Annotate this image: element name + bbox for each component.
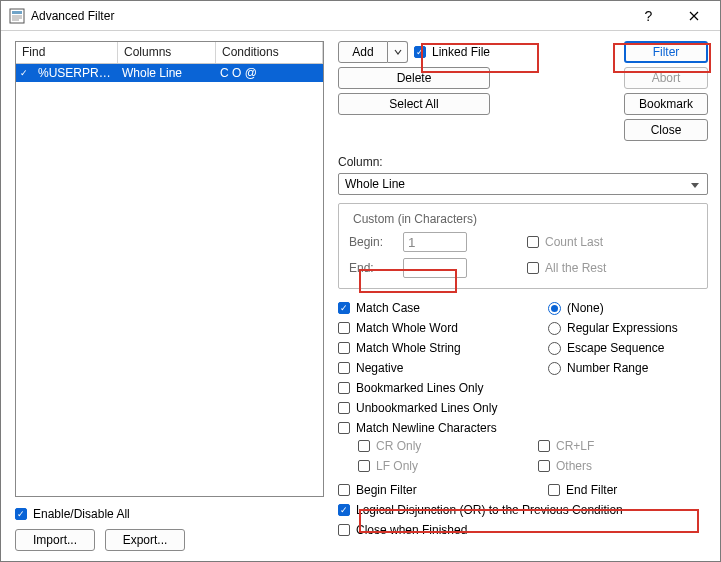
logical-or-label: Logical Disjunction (OR) to the Previous… [356, 503, 623, 517]
import-button[interactable]: Import... [15, 529, 95, 551]
select-all-button[interactable]: Select All [338, 93, 490, 115]
all-rest-option[interactable]: All the Rest [527, 261, 606, 275]
col-header-find[interactable]: Find [16, 42, 118, 63]
row-find: %USERPROFI... [34, 66, 118, 80]
match-case-label: Match Case [356, 301, 420, 315]
negative-checkbox[interactable] [338, 362, 350, 374]
unbookmarked-checkbox[interactable] [338, 402, 350, 414]
others-label: Others [556, 459, 592, 473]
begin-input[interactable] [403, 232, 467, 252]
close-finished-option[interactable]: Close when Finished [338, 523, 708, 537]
match-case-checkbox[interactable] [338, 302, 350, 314]
none-radio[interactable] [548, 302, 561, 315]
end-input[interactable] [403, 258, 467, 278]
chevron-down-icon [394, 48, 402, 56]
newline-option[interactable]: Match Newline Characters [338, 421, 538, 435]
match-word-option[interactable]: Match Whole Word [338, 321, 538, 335]
crlf-checkbox[interactable] [538, 440, 550, 452]
lf-only-option[interactable]: LF Only [358, 459, 538, 473]
export-label: Export... [123, 533, 168, 547]
custom-fieldset: Custom (in Characters) Begin: Count Last… [338, 203, 708, 289]
filter-button[interactable]: Filter [624, 41, 708, 63]
column-select[interactable]: Whole Line [338, 173, 708, 195]
numrange-radio-option[interactable]: Number Range [548, 361, 708, 375]
begin-filter-checkbox[interactable] [338, 484, 350, 496]
match-string-checkbox[interactable] [338, 342, 350, 354]
none-radio-option[interactable]: (None) [548, 301, 708, 315]
add-label: Add [352, 45, 373, 59]
crlf-option[interactable]: CR+LF [538, 439, 678, 453]
row-checkbox[interactable] [16, 67, 34, 79]
match-word-label: Match Whole Word [356, 321, 458, 335]
col-header-conditions[interactable]: Conditions [216, 42, 323, 63]
negative-option[interactable]: Negative [338, 361, 538, 375]
regex-label: Regular Expressions [567, 321, 678, 335]
list-row[interactable]: %USERPROFI... Whole Line C O @ [16, 64, 323, 82]
cr-only-checkbox[interactable] [358, 440, 370, 452]
list-header: Find Columns Conditions [16, 42, 323, 64]
export-button[interactable]: Export... [105, 529, 185, 551]
enable-disable-all[interactable]: Enable/Disable All [15, 507, 324, 521]
help-button[interactable]: ? [626, 1, 671, 31]
none-label: (None) [567, 301, 604, 315]
close-button[interactable]: Close [624, 119, 708, 141]
import-label: Import... [33, 533, 77, 547]
column-label: Column: [338, 155, 708, 169]
enable-all-checkbox[interactable] [15, 508, 27, 520]
logical-or-checkbox[interactable] [338, 504, 350, 516]
linked-file-checkbox[interactable] [414, 46, 426, 58]
add-dropdown[interactable] [388, 41, 408, 63]
count-last-checkbox[interactable] [527, 236, 539, 248]
unbookmarked-label: Unbookmarked Lines Only [356, 401, 497, 415]
close-label: Close [651, 123, 682, 137]
newline-checkbox[interactable] [338, 422, 350, 434]
abort-button[interactable]: Abort [624, 67, 708, 89]
column-value: Whole Line [345, 177, 405, 191]
filter-list[interactable]: Find Columns Conditions %USERPROFI... Wh… [15, 41, 324, 497]
abort-label: Abort [652, 71, 681, 85]
col-header-columns[interactable]: Columns [118, 42, 216, 63]
match-word-checkbox[interactable] [338, 322, 350, 334]
cr-only-option[interactable]: CR Only [358, 439, 538, 453]
bookmarked-option[interactable]: Bookmarked Lines Only [338, 381, 538, 395]
match-string-label: Match Whole String [356, 341, 461, 355]
bookmarked-label: Bookmarked Lines Only [356, 381, 483, 395]
logical-or-option[interactable]: Logical Disjunction (OR) to the Previous… [338, 503, 708, 517]
regex-radio-option[interactable]: Regular Expressions [548, 321, 708, 335]
count-last-option[interactable]: Count Last [527, 235, 603, 249]
enable-all-label: Enable/Disable All [33, 507, 130, 521]
escape-radio-option[interactable]: Escape Sequence [548, 341, 708, 355]
regex-radio[interactable] [548, 322, 561, 335]
others-checkbox[interactable] [538, 460, 550, 472]
app-icon [9, 8, 25, 24]
titlebar: Advanced Filter ? [1, 1, 720, 31]
match-case-option[interactable]: Match Case [338, 301, 538, 315]
select-all-label: Select All [389, 97, 438, 111]
begin-filter-option[interactable]: Begin Filter [338, 483, 538, 497]
row-columns: Whole Line [118, 66, 216, 80]
delete-button[interactable]: Delete [338, 67, 490, 89]
linked-file-option[interactable]: Linked File [414, 45, 490, 59]
end-filter-option[interactable]: End Filter [548, 483, 708, 497]
close-finished-checkbox[interactable] [338, 524, 350, 536]
delete-label: Delete [397, 71, 432, 85]
bookmark-button[interactable]: Bookmark [624, 93, 708, 115]
add-button[interactable]: Add [338, 41, 388, 63]
lf-only-checkbox[interactable] [358, 460, 370, 472]
end-filter-label: End Filter [566, 483, 617, 497]
unbookmarked-option[interactable]: Unbookmarked Lines Only [338, 401, 538, 415]
newline-label: Match Newline Characters [356, 421, 497, 435]
numrange-radio[interactable] [548, 362, 561, 375]
all-rest-checkbox[interactable] [527, 262, 539, 274]
row-conditions: C O @ [216, 66, 323, 80]
cr-only-label: CR Only [376, 439, 421, 453]
close-window-button[interactable] [671, 1, 716, 31]
bookmarked-checkbox[interactable] [338, 382, 350, 394]
escape-radio[interactable] [548, 342, 561, 355]
escape-label: Escape Sequence [567, 341, 664, 355]
begin-filter-label: Begin Filter [356, 483, 417, 497]
match-string-option[interactable]: Match Whole String [338, 341, 538, 355]
end-filter-checkbox[interactable] [548, 484, 560, 496]
custom-legend: Custom (in Characters) [349, 212, 481, 226]
others-option[interactable]: Others [538, 459, 678, 473]
